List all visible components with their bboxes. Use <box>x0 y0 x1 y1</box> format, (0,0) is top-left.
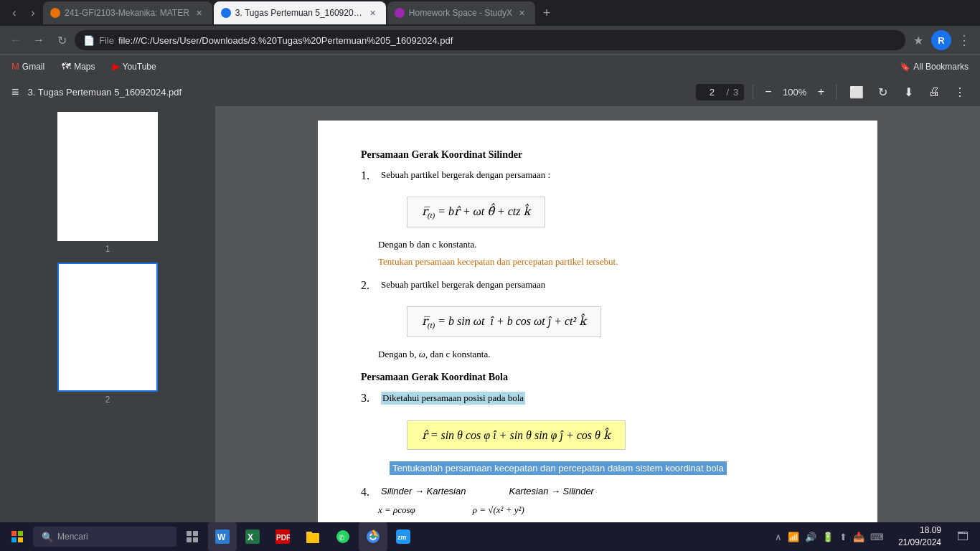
back-button[interactable]: ← <box>6 30 26 50</box>
tab-1-close[interactable]: ✕ <box>194 7 205 19</box>
pdf-page-total: 3 <box>733 87 738 98</box>
svg-rect-2 <box>11 537 17 542</box>
problem-3: 3. Diketahui persamaan posisi pada bola … <box>361 392 834 474</box>
tab-nav-forward[interactable]: › <box>24 4 42 22</box>
problem-2-sub: Dengan b, ω, dan c konstanta. <box>378 349 834 360</box>
start-button[interactable] <box>3 522 32 551</box>
profile-button[interactable]: R <box>931 30 951 50</box>
problem-2-num: 2. <box>361 279 375 292</box>
problem-4-label: 4. Silinder → Kartesian Kartesian → Sili… <box>361 486 834 499</box>
pdf-zoom-out-button[interactable]: − <box>762 84 774 100</box>
address-bar[interactable]: 📄 File file:///C:/Users/User/Downloads/3… <box>75 30 905 50</box>
problem-3-sub-highlight: Tentukanlah persamaan kecepatan dan perc… <box>390 461 727 475</box>
clock-time: 18.09 <box>898 524 941 537</box>
search-placeholder: Mencari <box>57 532 88 542</box>
svg-rect-0 <box>11 531 17 536</box>
section1-title: Persamaan Gerak Koordinat Silinder <box>361 149 834 161</box>
network-icon[interactable]: 📶 <box>786 530 801 544</box>
page-num-2: 2 <box>105 395 110 405</box>
tab-2-close[interactable]: ✕ <box>367 7 379 19</box>
zoom-icon: zm <box>396 529 410 544</box>
address-scheme: File <box>99 35 114 46</box>
section2-title: Persamaan Gerak Koordinat Bola <box>361 372 834 383</box>
tab-3-favicon <box>395 8 405 18</box>
all-bookmarks-label: All Bookmarks <box>913 62 969 72</box>
pdf-page-input[interactable] <box>702 87 722 98</box>
taskbar-files-app[interactable] <box>298 522 327 551</box>
refresh-button[interactable]: ↻ <box>52 30 72 50</box>
svg-rect-4 <box>187 531 192 536</box>
pdf-menu-button[interactable]: ≡ <box>9 82 22 103</box>
task-view-button[interactable] <box>178 522 207 551</box>
pdf-page: Persamaan Gerak Koordinat Silinder 1. Se… <box>318 121 877 522</box>
bookmark-gmail[interactable]: M Gmail <box>6 58 50 75</box>
problem-4-arrow1: Silinder → Kartesian <box>381 486 466 496</box>
extra-icon-1[interactable]: ⬆ <box>838 530 849 544</box>
tab-2[interactable]: 3. Tugas Pertemuan 5_16092024 ✕ <box>214 1 386 24</box>
taskbar-excel-app[interactable]: X <box>238 522 267 551</box>
bookmark-star-button[interactable]: ★ <box>908 30 928 50</box>
tray-up-arrow-icon[interactable]: ∧ <box>773 530 783 544</box>
problem-4-arrow2: Kartesian → Silinder <box>509 486 593 496</box>
pdf-zoom-in-button[interactable]: + <box>815 84 827 100</box>
pdf-icon: PDF <box>275 529 290 544</box>
pdf-sidebar[interactable]: 1 2 <box>0 106 215 522</box>
all-bookmarks-button[interactable]: 🔖 All Bookmarks <box>894 59 974 75</box>
taskbar-whatsapp-app[interactable]: ✆ <box>329 522 357 551</box>
zoom-separator-2 <box>836 85 837 99</box>
svg-text:PDF: PDF <box>276 534 290 542</box>
pdf-more-button[interactable]: ⋮ <box>948 80 971 103</box>
problem-4-num: 4. <box>361 486 375 499</box>
pdf-download-button[interactable]: ⬇ <box>897 80 920 103</box>
page-thumb-1[interactable] <box>57 112 158 241</box>
problem-1-highlight: Tentukan persamaan kecepatan dan percepa… <box>378 256 834 268</box>
pdf-fit-page-button[interactable]: ⬜ <box>845 80 868 103</box>
bookmark-maps[interactable]: 🗺 Maps <box>56 58 100 75</box>
chrome-icon <box>366 529 380 544</box>
tab-nav-back[interactable]: ‹ <box>6 4 23 22</box>
svg-rect-5 <box>193 531 198 536</box>
tab-2-favicon <box>221 8 231 18</box>
problem-2-text: Sebuah partikel bergerak dengan persamaa… <box>381 279 545 291</box>
keyboard-icon[interactable]: ⌨ <box>869 530 885 544</box>
pdf-rotate-button[interactable]: ↻ <box>871 80 894 103</box>
tab-3[interactable]: Homework Space - StudyX ✕ <box>387 1 535 24</box>
tab-1[interactable]: 241-GFI2103-Mekanika: MATER ✕ <box>43 1 212 24</box>
pdf-print-button[interactable]: 🖨 <box>923 80 946 103</box>
taskbar-word-app[interactable]: W <box>208 522 237 551</box>
bookmark-youtube[interactable]: ▶ YouTube <box>107 58 162 75</box>
conversion-equations: x = ρcosφ y = ρsinφ z = z ρ = √(x² + y²)… <box>378 504 834 522</box>
taskbar-clock[interactable]: 18.09 21/09/2024 <box>892 524 947 549</box>
youtube-icon: ▶ <box>113 61 120 72</box>
gmail-icon: M <box>11 61 19 72</box>
volume-icon[interactable]: 🔊 <box>804 530 818 544</box>
pdf-right-controls: ⬜ ↻ ⬇ 🖨 ⋮ <box>845 80 971 103</box>
svg-rect-6 <box>187 537 192 542</box>
svg-rect-1 <box>18 531 23 536</box>
math-formula-1: r̅(t) = br̂ + ωt θ̂̂ + ctz k̂ <box>407 197 545 227</box>
problem-3-num: 3. <box>361 392 375 405</box>
chrome-menu-button[interactable]: ⋮ <box>954 30 974 50</box>
taskbar-chrome-app[interactable] <box>359 522 387 551</box>
problem-1-text: Sebuah partikel bergerak dengan persamaa… <box>381 169 550 181</box>
maps-icon: 🗺 <box>62 61 71 72</box>
svg-rect-3 <box>18 537 23 542</box>
whatsapp-icon: ✆ <box>336 529 350 544</box>
taskbar-pdf-app[interactable]: PDF <box>268 522 297 551</box>
col1-eq1: x = ρcosφ <box>378 504 415 516</box>
new-tab-button[interactable]: + <box>537 3 557 23</box>
tab-bar: ‹ › 241-GFI2103-Mekanika: MATER ✕ 3. Tug… <box>0 0 980 26</box>
taskbar: 🔍 Mencari W X PDF <box>0 522 980 551</box>
page-thumb-2[interactable] <box>57 263 158 392</box>
file-icon: 📄 <box>83 35 95 46</box>
extra-icon-2[interactable]: 📥 <box>852 530 866 544</box>
taskbar-zoom-app[interactable]: zm <box>389 522 418 551</box>
battery-icon[interactable]: 🔋 <box>821 530 835 544</box>
pdf-page-area[interactable]: Persamaan Gerak Koordinat Silinder 1. Se… <box>215 106 980 522</box>
notification-button[interactable]: 🗔 <box>948 522 977 551</box>
forward-button[interactable]: → <box>29 30 49 50</box>
tab-3-close[interactable]: ✕ <box>517 7 528 19</box>
math-formula-3: r̂ = sin θ cos φ î + sin θ sin φ ĵ + cos… <box>407 420 626 450</box>
taskbar-search[interactable]: 🔍 Mencari <box>33 527 176 547</box>
page-num-1: 1 <box>105 244 110 254</box>
